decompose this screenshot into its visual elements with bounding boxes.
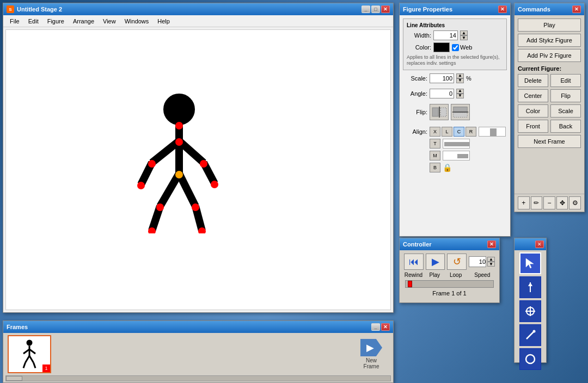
delete-button[interactable]: Delete <box>518 74 548 87</box>
frames-minimize-button[interactable]: _ <box>371 323 380 331</box>
menu-arrange[interactable]: Arrange <box>69 17 99 26</box>
tools-content <box>514 250 546 372</box>
stage-titlebar[interactable]: S Untitled Stage 2 _ □ ✕ <box>3 3 393 15</box>
maximize-button[interactable]: □ <box>371 5 380 13</box>
align-x-row: Align: X L C R <box>403 127 507 137</box>
frame-thumbnail-1[interactable]: 1 <box>8 335 51 373</box>
align-x-button[interactable]: X <box>430 127 440 137</box>
menu-file[interactable]: File <box>5 17 24 26</box>
frames-title: Frames <box>7 324 28 330</box>
menu-edit[interactable]: Edit <box>24 17 43 26</box>
svg-rect-30 <box>440 108 446 116</box>
minimize-button[interactable]: _ <box>362 5 370 13</box>
current-figure-label: Current Figure: <box>518 65 581 72</box>
commands-title: Commands <box>518 6 550 13</box>
edit-tool-button[interactable]: ✏ <box>531 196 543 209</box>
close-button[interactable]: ✕ <box>381 5 390 13</box>
controller-close-button[interactable]: ✕ <box>487 240 496 248</box>
angle-input[interactable] <box>430 89 454 98</box>
arrow-icon <box>524 281 536 293</box>
svg-point-13 <box>137 182 145 189</box>
controller-buttons-row: ⏮ ▶ ↺ ▲ ▼ <box>404 254 495 270</box>
scale-spin-down[interactable]: ▼ <box>456 78 464 83</box>
line-tool-button[interactable] <box>519 324 541 346</box>
align-c-button[interactable]: C <box>454 127 464 137</box>
edit-button[interactable]: Edit <box>550 74 581 87</box>
fig-props-titlebar[interactable]: Figure Properties ✕ <box>400 3 510 15</box>
scale-input[interactable] <box>430 73 454 83</box>
angle-spin-down[interactable]: ▼ <box>456 94 464 98</box>
loop-button[interactable]: ↺ <box>447 254 467 270</box>
svg-point-11 <box>175 138 183 146</box>
speed-input[interactable] <box>469 256 486 267</box>
color-label: Color: <box>407 44 431 51</box>
stage-canvas[interactable] <box>5 29 391 310</box>
frame-slider[interactable] <box>405 280 494 288</box>
frames-close-button[interactable]: ✕ <box>381 323 390 331</box>
scale-button[interactable]: Scale <box>550 104 581 118</box>
fig-props-close-button[interactable]: ✕ <box>498 5 507 13</box>
commands-close-button[interactable]: ✕ <box>572 5 581 13</box>
flip-horizontal-button[interactable] <box>430 104 449 120</box>
width-row: Width: ▲ ▼ <box>407 30 503 40</box>
settings-tool-button[interactable]: ⚙ <box>569 196 581 209</box>
commands-toolbar: + ✏ − ✥ ⚙ <box>514 194 584 212</box>
flip-buttons <box>430 104 470 120</box>
stage-window: S Untitled Stage 2 _ □ ✕ File Edit Figur… <box>3 3 394 313</box>
frame-slider-thumb[interactable] <box>408 281 412 287</box>
frames-titlebar[interactable]: Frames _ ✕ <box>3 321 393 333</box>
web-checkbox[interactable]: Web <box>452 44 472 51</box>
select-tool-button[interactable] <box>519 252 541 274</box>
rewind-button[interactable]: ⏮ <box>404 254 424 270</box>
add-piv2-button[interactable]: Add Piv 2 Figure <box>518 49 581 62</box>
menu-figure[interactable]: Figure <box>43 17 69 26</box>
new-frame-button[interactable]: ▶ NewFrame <box>360 339 382 369</box>
width-spin-up[interactable]: ▲ <box>460 30 468 35</box>
color-swatch[interactable] <box>433 42 450 52</box>
tools-close-button[interactable]: ✕ <box>535 240 544 248</box>
play-label: Play <box>425 272 444 278</box>
svg-line-8 <box>179 174 195 206</box>
flip-row: Flip: <box>403 104 507 120</box>
remove-tool-button[interactable]: − <box>543 196 555 209</box>
align-h-buttons: X L C R <box>430 127 476 137</box>
flip-vertical-button[interactable] <box>451 104 470 120</box>
front-button[interactable]: Front <box>518 120 548 133</box>
tools-titlebar[interactable]: ✕ <box>514 238 546 250</box>
commands-titlebar[interactable]: Commands ✕ <box>514 3 584 15</box>
circle-tool-button[interactable] <box>519 348 541 370</box>
width-input[interactable] <box>433 30 458 40</box>
menu-view[interactable]: View <box>99 17 120 26</box>
stick-figure[interactable] <box>136 92 223 233</box>
svg-point-12 <box>148 160 156 168</box>
applies-text: Applies to all lines in the selected fig… <box>407 54 503 66</box>
add-tool-button[interactable]: + <box>518 196 530 209</box>
frames-scrollbar-thumb[interactable] <box>6 376 22 381</box>
web-check[interactable] <box>452 44 459 51</box>
move-tool-button[interactable]: ✥ <box>556 196 568 209</box>
align-b-label: B <box>430 163 440 172</box>
back-button[interactable]: Back <box>550 120 581 133</box>
center-button[interactable]: Center <box>518 89 548 102</box>
align-l-button[interactable]: L <box>442 127 452 137</box>
play-button[interactable]: ▶ <box>426 254 445 270</box>
crosshair-tool-button[interactable] <box>519 300 541 322</box>
color-button[interactable]: Color <box>518 104 548 118</box>
width-spin-down[interactable]: ▼ <box>460 35 468 40</box>
speed-spin-down[interactable]: ▼ <box>487 262 495 267</box>
controller-titlebar[interactable]: Controller ✕ <box>400 238 499 250</box>
arrow-tool-button[interactable] <box>519 276 541 298</box>
align-m-label: M <box>430 151 440 160</box>
align-r-button[interactable]: R <box>465 127 476 137</box>
add-stykz-button[interactable]: Add Stykz Figure <box>518 34 581 47</box>
next-frame-button[interactable]: Next Frame <box>518 135 581 148</box>
menu-help[interactable]: Help <box>153 17 174 26</box>
lock-icon[interactable]: 🔒 <box>443 163 452 172</box>
speed-spin-up[interactable]: ▲ <box>487 257 495 262</box>
svg-line-24 <box>29 349 35 354</box>
frames-scrollbar[interactable] <box>5 375 391 381</box>
play-cmd-button[interactable]: Play <box>518 18 581 32</box>
menu-windows[interactable]: Windows <box>120 17 154 26</box>
select-icon <box>524 257 536 269</box>
flip-cmd-button[interactable]: Flip <box>550 89 581 102</box>
